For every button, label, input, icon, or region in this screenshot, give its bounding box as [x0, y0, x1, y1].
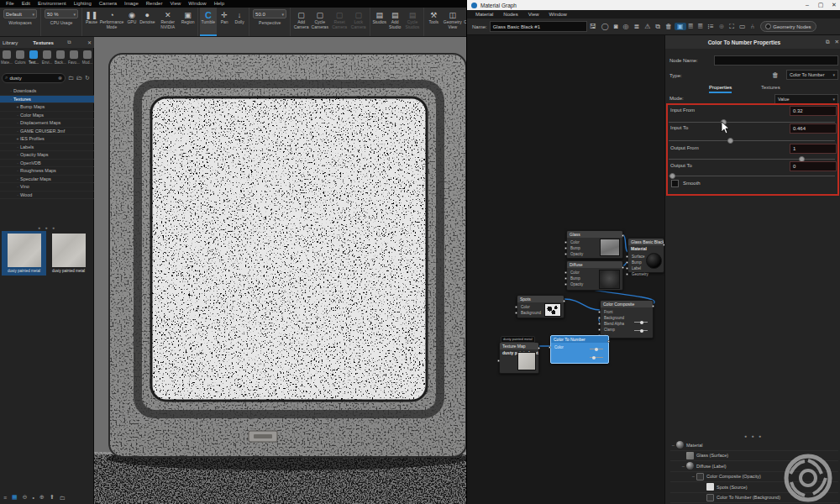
folder-opacity-maps[interactable]: ·Opacity Maps — [0, 151, 94, 160]
snap-grid-icon[interactable]: 𝄜 — [686, 23, 696, 31]
texture-thumbnail-1[interactable]: dusty painted metal — [46, 231, 91, 276]
input-port-dot[interactable] — [598, 328, 601, 331]
add-studio-button[interactable]: ▤Add Studio — [387, 8, 403, 36]
mini-slider-handle[interactable] — [640, 321, 643, 324]
input-port-dot[interactable] — [626, 267, 628, 270]
add-folder-icon[interactable]: 🗀 — [68, 75, 74, 81]
output-port-dot[interactable] — [622, 234, 624, 237]
mini-slider-handle[interactable] — [640, 329, 643, 333]
output-from-value[interactable]: 1 — [790, 144, 837, 154]
upload-cloud-icon[interactable]: ⬆ — [50, 494, 55, 501]
tools-button[interactable]: ⚒Tools — [426, 8, 441, 36]
clear-search-icon[interactable]: ⊗ — [58, 75, 62, 81]
perspective-dropdown[interactable]: 50.0▾ — [253, 9, 286, 18]
input-port-dot[interactable] — [598, 311, 601, 313]
input-port-dot[interactable] — [564, 283, 567, 286]
mg-menu-material[interactable]: Material — [470, 12, 498, 17]
undock-icon[interactable]: ⧉ — [65, 39, 73, 45]
add-node-icon[interactable]: ⊕ — [717, 23, 727, 30]
cycle-cameras-button[interactable]: ▢Cycle Cameras — [310, 8, 329, 36]
panel-splitter-handle[interactable]: ● ● ● — [665, 433, 840, 438]
input-port-dot[interactable] — [564, 247, 567, 249]
library-tab-text[interactable]: Text... — [27, 48, 40, 70]
maximize-icon[interactable]: ▢ — [814, 0, 827, 10]
input-port-dot[interactable] — [515, 312, 517, 314]
output-to-slider[interactable] — [669, 173, 835, 179]
mini-slider[interactable] — [590, 349, 603, 349]
output-port-dot[interactable] — [563, 300, 565, 302]
input-from-value[interactable]: 0.32 — [790, 106, 837, 116]
select-mode-icon[interactable]: ▣ — [675, 23, 686, 30]
output-port-dot[interactable] — [538, 347, 540, 349]
folder-wood[interactable]: ·Wood — [0, 192, 94, 200]
folder-game-cruiser-3mf[interactable]: ·GAME CRUISER.3mf — [0, 128, 94, 136]
studios-button[interactable]: ▤Studios — [372, 8, 387, 36]
filter-settings-icon[interactable]: ≣ — [631, 23, 642, 30]
node-texture-map[interactable]: Texture Mapdusty painted metal — [499, 342, 539, 374]
mini-slider[interactable] — [634, 322, 648, 323]
library-tab-envi[interactable]: Envi... — [40, 48, 54, 70]
input-port-dot[interactable] — [626, 255, 628, 258]
geometry-view-button[interactable]: ◫Geometry View — [441, 8, 464, 36]
output-port-dot[interactable] — [607, 340, 610, 343]
mg-menu-view[interactable]: View — [523, 12, 544, 17]
input-to-slider[interactable] — [669, 138, 835, 144]
auto-layout-icon[interactable]: 𝄜 — [696, 23, 705, 31]
realtime-viewport[interactable] — [94, 37, 466, 504]
mg-menu-nodes[interactable]: Nodes — [498, 12, 522, 17]
undock-panel-icon[interactable]: ⧉ — [823, 39, 832, 45]
frame-all-icon[interactable]: ⛶ — [727, 23, 737, 31]
texture-thumbnail-0[interactable]: dusty painted metal — [2, 231, 46, 276]
library-tab-colors[interactable]: Colors — [13, 48, 27, 70]
input-port-dot[interactable] — [564, 253, 567, 255]
dolly-button[interactable]: ↓Dolly — [232, 8, 247, 36]
minimize-icon[interactable]: – — [801, 0, 814, 10]
menu-file[interactable]: File — [3, 0, 18, 8]
denoise-button[interactable]: ●Denoise — [139, 8, 155, 36]
mini-slider-handle[interactable] — [595, 348, 598, 351]
folder-labels[interactable]: ·Labels — [0, 144, 94, 152]
mg-menu-window[interactable]: Window — [544, 12, 572, 17]
input-port-dot[interactable] — [598, 317, 601, 319]
show-previews-icon[interactable]: ▭ — [737, 23, 748, 30]
duplicate-icon[interactable]: ⧉ — [653, 23, 663, 31]
lock-camera-button[interactable]: ▢Lock Camera — [349, 8, 368, 36]
node-name-input[interactable] — [714, 55, 838, 66]
folder-specular-maps[interactable]: ·Specular Maps — [0, 176, 94, 184]
warning-icon[interactable]: ⚠ — [642, 23, 653, 30]
input-port-dot[interactable] — [564, 271, 567, 274]
type-dropdown[interactable]: Color To Number▾ — [786, 70, 838, 80]
tab-textures[interactable]: Textures — [761, 85, 780, 90]
thumbnail-size-slider[interactable]: • — [33, 495, 34, 501]
region-button[interactable]: ▣Region — [181, 8, 196, 36]
node-diffuse[interactable]: DiffuseColorBumpOpacity — [566, 260, 623, 291]
node-color-to-number[interactable]: Color To NumberColor — [550, 335, 609, 364]
input-port-dot[interactable] — [626, 261, 628, 264]
node-spots[interactable]: SpotsColorBackground — [517, 295, 564, 318]
input-port-dot[interactable] — [598, 323, 601, 325]
workspaces-dropdown[interactable]: Default▾ — [3, 9, 37, 18]
menu-edit[interactable]: Edit — [18, 0, 34, 8]
split-view-icon[interactable]: ⑃ — [748, 23, 757, 30]
library-tab-mod[interactable]: Mod... — [81, 48, 94, 70]
panel-splitter-handle[interactable]: ● ● ● — [0, 225, 94, 230]
input-to-value[interactable]: 0.464 — [790, 123, 837, 134]
menu-image[interactable]: Image — [121, 0, 142, 8]
close-window-icon[interactable]: ✕ — [827, 0, 840, 10]
cycle-studios-button[interactable]: ▤Cycle Studios — [403, 8, 423, 36]
material-graph-titlebar[interactable]: Material Graph – ▢ ✕ — [467, 0, 840, 10]
input-port-dot[interactable] — [564, 241, 567, 244]
mini-slider[interactable] — [634, 330, 648, 331]
input-port-dot[interactable] — [497, 360, 500, 362]
input-port-dot[interactable] — [549, 346, 551, 349]
input-port-dot[interactable] — [626, 273, 628, 276]
output-port-dot[interactable] — [652, 305, 654, 307]
tumble-button[interactable]: CTumble — [200, 8, 218, 36]
node-glass[interactable]: GlassColorBumpOpacity — [566, 230, 623, 259]
menu-window[interactable]: Window — [185, 0, 209, 8]
folder-roughness-maps[interactable]: ·Roughness Maps — [0, 167, 94, 176]
folder-displacement-maps[interactable]: ·Displacement Maps — [0, 119, 94, 128]
list-view-icon[interactable]: ≡ — [3, 495, 7, 501]
pan-button[interactable]: ✛Pan — [217, 8, 232, 36]
close-icon[interactable]: ✕ — [85, 39, 94, 45]
